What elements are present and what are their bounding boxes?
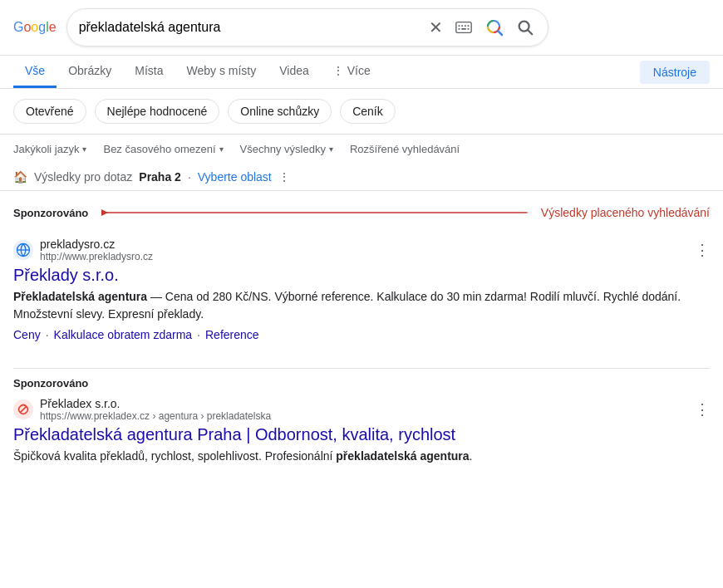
lens-icon[interactable]: [483, 16, 506, 39]
svg-line-14: [528, 30, 532, 34]
location-more-dots[interactable]: ⋮: [278, 170, 290, 184]
paid-results-text: Výsledky placeného vyhledávání: [541, 206, 710, 219]
site-url-2: https://www.prekladex.cz › agentura › pr…: [40, 410, 271, 422]
result-link-sep-2: ·: [197, 328, 200, 341]
sponsored-section-2: Sponzorováno Překladex s.r.o. https://ww…: [13, 375, 710, 483]
site-name-2: Překladex s.r.o.: [40, 397, 271, 410]
filter-language[interactable]: Jakýkoli jazyk ▾: [13, 143, 86, 155]
ad-result-1: prekladysro.cz http://www.prekladysro.cz…: [13, 231, 710, 355]
more-button-1[interactable]: ⋮: [695, 241, 710, 259]
site-url-1: http://www.prekladysro.cz: [40, 251, 153, 262]
result-title-1[interactable]: Překlady s.r.o.: [13, 266, 710, 285]
sponsored-header-1: Sponzorováno Výsledky placeného vyhledáv…: [13, 204, 710, 221]
svg-rect-6: [461, 28, 466, 30]
sponsored-section-1: Sponzorováno Výsledky placeného vyhledáv…: [13, 204, 710, 355]
chip-online[interactable]: Online schůzky: [228, 99, 332, 124]
result-link-kalkulace[interactable]: Kalkulace obratem zdarma: [54, 328, 193, 341]
chip-nejlepe[interactable]: Nejlépe hodnocené: [95, 99, 220, 124]
svg-rect-1: [458, 25, 460, 27]
filter-results-arrow: ▾: [329, 145, 333, 154]
sponsored-arrow-line: [101, 204, 528, 221]
divider-1: [13, 368, 710, 369]
keyboard-icon[interactable]: [453, 17, 475, 38]
svg-rect-2: [461, 25, 463, 27]
svg-line-12: [498, 32, 502, 36]
filter-language-arrow: ▾: [82, 145, 86, 154]
result-desc-text-2a: Špičková kvalita překladů, rychlost, spo…: [13, 449, 336, 463]
chip-otevrene[interactable]: Otevřené: [13, 99, 86, 124]
filter-time[interactable]: Bez časového omezení ▾: [103, 143, 223, 155]
clear-button[interactable]: ✕: [427, 16, 445, 39]
logo-letter-e: e: [49, 20, 57, 35]
tab-weby[interactable]: Weby s místy: [175, 56, 268, 88]
search-input[interactable]: [79, 20, 419, 35]
result-links-1: Ceny · Kalkulace obratem zdarma · Refere…: [13, 328, 710, 341]
google-logo[interactable]: Google: [13, 20, 57, 35]
main-content: Sponzorováno Výsledky placeného vyhledáv…: [0, 191, 723, 497]
result-desc-bold-1: Překladatelská agentura: [13, 290, 147, 303]
ad-result-2: Překladex s.r.o. https://www.prekladex.c…: [13, 390, 710, 483]
logo-letter-o2: o: [31, 20, 38, 35]
tab-obrazky[interactable]: Obrázky: [57, 56, 123, 88]
sponsored-label-2: Sponzorováno: [13, 377, 88, 390]
svg-rect-0: [455, 22, 470, 33]
advanced-search-link[interactable]: Rozšířené vyhledávání: [350, 143, 460, 155]
filter-time-label: Bez časového omezení: [103, 143, 215, 155]
svg-rect-4: [467, 25, 469, 27]
site-name-1: prekladysro.cz: [40, 238, 153, 251]
nav-tabs: Vše Obrázky Místa Weby s místy Videa ⋮ V…: [0, 56, 723, 89]
svg-rect-5: [458, 28, 460, 30]
location-bar: 🏠 Výsledky pro dotaz Praha 2 · Vyberte o…: [0, 164, 723, 191]
logo-letter-o1: o: [23, 20, 31, 35]
tab-mista[interactable]: Místa: [123, 56, 175, 88]
location-city: Praha 2: [139, 170, 181, 184]
ad-source-2: Překladex s.r.o. https://www.prekladex.c…: [13, 397, 710, 422]
arrow-svg: [101, 204, 528, 221]
location-icon: 🏠: [13, 170, 27, 184]
dropdown-filters: Jakýkoli jazyk ▾ Bez časového omezení ▾ …: [0, 135, 723, 164]
location-separator: ·: [188, 170, 191, 184]
result-desc-text-2b: .: [470, 449, 473, 463]
result-title-2[interactable]: Překladatelská agentura Praha | Odbornos…: [13, 425, 710, 444]
ad-source-1: prekladysro.cz http://www.prekladysro.cz…: [13, 238, 710, 262]
tab-vice[interactable]: ⋮ Více: [321, 56, 382, 88]
sponsored-label-1: Sponzorováno: [13, 207, 88, 219]
site-favicon-2: [13, 399, 33, 419]
site-favicon-1: [13, 240, 33, 260]
result-description-1: Překladatelská agentura — Cena od 280 Kč…: [13, 288, 710, 323]
search-button[interactable]: [514, 17, 536, 38]
prekladex-logo-icon: [14, 400, 32, 419]
search-icon-group: ✕: [427, 16, 536, 39]
filter-language-label: Jakýkoli jazyk: [13, 143, 79, 155]
filter-chips: Otevřené Nejlépe hodnocené Online schůzk…: [0, 89, 723, 135]
more-button-2[interactable]: ⋮: [695, 400, 710, 419]
select-area-link[interactable]: Vyberte oblast: [198, 170, 272, 184]
tab-vse[interactable]: Vše: [13, 56, 57, 88]
header: Google ✕: [0, 0, 723, 56]
site-info-2: Překladex s.r.o. https://www.prekladex.c…: [40, 397, 271, 422]
result-link-reference[interactable]: Reference: [205, 328, 259, 341]
tools-button[interactable]: Nástroje: [640, 61, 710, 84]
filter-results-label: Všechny výsledky: [240, 143, 326, 155]
result-link-sep-1: ·: [46, 328, 49, 341]
svg-rect-7: [467, 28, 469, 30]
svg-marker-16: [101, 209, 108, 216]
location-prefix: Výsledky pro dotaz: [34, 170, 132, 184]
result-description-2: Špičková kvalita překladů, rychlost, spo…: [13, 448, 710, 465]
result-link-ceny[interactable]: Ceny: [13, 328, 41, 341]
chip-cenik[interactable]: Ceník: [340, 99, 396, 124]
filter-time-arrow: ▾: [219, 145, 224, 154]
site-info-1: prekladysro.cz http://www.prekladysro.cz: [40, 238, 153, 262]
tab-videa[interactable]: Videa: [268, 56, 321, 88]
logo-letter-g2: g: [38, 20, 46, 35]
filter-results[interactable]: Všechny výsledky ▾: [240, 143, 333, 155]
search-bar: ✕: [66, 8, 548, 47]
result-desc-bold-2: překladatelská agentura: [336, 449, 469, 463]
svg-rect-3: [465, 25, 466, 27]
logo-letter-g: G: [13, 20, 23, 35]
